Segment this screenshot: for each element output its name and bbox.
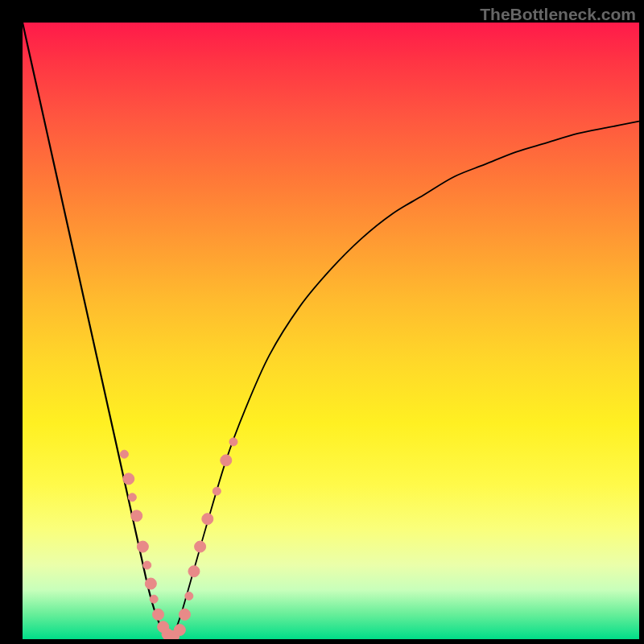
chart-svg — [23, 23, 639, 639]
data-marker — [150, 595, 158, 603]
data-marker — [213, 487, 221, 495]
data-marker — [202, 514, 213, 525]
data-marker — [131, 510, 142, 522]
watermark-text: TheBottleneck.com — [480, 5, 636, 24]
data-marker — [123, 473, 134, 485]
data-marker — [221, 455, 232, 466]
data-marker — [137, 541, 148, 552]
data-marker — [145, 578, 156, 589]
data-marker — [174, 625, 185, 636]
data-marker — [185, 592, 193, 600]
right-curve — [171, 122, 639, 639]
data-marker — [195, 541, 206, 552]
data-marker — [153, 609, 164, 620]
data-marker — [229, 438, 237, 446]
data-marker — [120, 450, 128, 458]
data-marker — [179, 609, 190, 620]
plot-area — [23, 23, 639, 639]
data-marker — [143, 561, 151, 569]
data-marker — [188, 566, 200, 577]
chart-container: TheBottleneck.com — [0, 0, 644, 644]
data-marker — [128, 493, 136, 502]
